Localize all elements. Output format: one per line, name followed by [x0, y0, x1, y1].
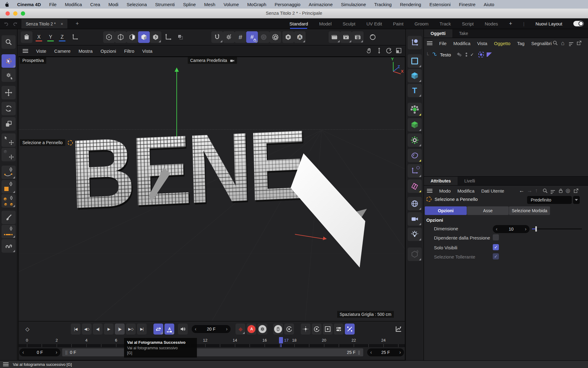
tab-layout-nodes[interactable]: Nodes	[485, 21, 498, 26]
dolly-icon[interactable]	[376, 47, 383, 54]
model-mode-button[interactable]	[138, 31, 150, 43]
undo-icon[interactable]	[4, 21, 9, 27]
points-mode-button[interactable]	[103, 31, 115, 43]
tab-layout-uvedit[interactable]: UV Edit	[366, 21, 382, 26]
tab-layout-model[interactable]: Model	[319, 21, 332, 26]
vp-menu-viste[interactable]: Viste	[36, 48, 46, 54]
record-keyframe-button[interactable]: ◇	[22, 324, 32, 335]
null-object-button[interactable]	[408, 164, 422, 178]
axis-x-lock-button[interactable]: X	[34, 31, 44, 43]
keying-settings-button[interactable]	[258, 324, 267, 335]
rotate-tool[interactable]	[2, 102, 16, 115]
frame-decrement-icon[interactable]: ‹	[195, 326, 196, 332]
key-rotation-toggle[interactable]	[312, 324, 322, 335]
object-x-axis-arrow[interactable]	[295, 234, 324, 239]
cube-primitive-button[interactable]	[408, 69, 422, 82]
sky-environment-button[interactable]	[408, 197, 422, 210]
current-frame-value[interactable]: 20 F	[207, 327, 215, 332]
interactive-render-button[interactable]	[367, 31, 379, 43]
loop-playback-button[interactable]	[153, 324, 163, 335]
texture-mode-button[interactable]	[150, 31, 161, 43]
selection-tag-icon[interactable]	[478, 52, 484, 57]
tab-layout-standard[interactable]: Standard	[289, 21, 308, 26]
camera-label[interactable]: Camera Predefinita	[188, 57, 237, 64]
objects-external-icon[interactable]	[576, 40, 582, 46]
objects-hamburger-icon[interactable]	[427, 40, 432, 46]
dimension-inc-icon[interactable]: ›	[525, 226, 526, 232]
key-interpolation-button[interactable]	[284, 324, 294, 335]
menu-volume[interactable]: Volume	[224, 2, 239, 7]
obj-menu-modifica[interactable]: Modifica	[453, 41, 470, 46]
status-hamburger-icon[interactable]	[3, 362, 9, 367]
next-frame-button[interactable]: |▶	[115, 324, 125, 335]
menu-estensioni[interactable]: Estensioni	[429, 2, 450, 7]
menu-file[interactable]: File	[49, 2, 57, 7]
menu-crea[interactable]: Crea	[90, 2, 100, 7]
snap-button[interactable]	[211, 31, 223, 43]
autokey-button[interactable]: A	[247, 324, 256, 335]
current-frame-field[interactable]: ‹ 20 F ›	[192, 325, 231, 333]
history-back-icon[interactable]: ←	[519, 187, 524, 194]
polygon-selection-tag-icon[interactable]	[487, 52, 492, 57]
next-key-button[interactable]: ▶◇	[126, 324, 136, 335]
visible-only-checkbox[interactable]: ✓	[493, 244, 499, 250]
deformer-button[interactable]	[408, 149, 422, 162]
attr-menu-dati-utente[interactable]: Dati Utente	[481, 188, 504, 194]
range-end-field[interactable]: ‹ 25 F ›	[367, 348, 404, 356]
dimension-value[interactable]: 10	[509, 227, 514, 232]
parent-up-icon[interactable]: ↑	[535, 187, 538, 194]
light-object-button[interactable]	[408, 228, 422, 241]
subdivision-surface-button[interactable]	[408, 103, 422, 116]
obj-menu-segnalibri[interactable]: Segnalibri	[531, 41, 552, 46]
motext-button[interactable]: T	[408, 84, 422, 97]
render-picture-viewer-button[interactable]	[340, 31, 352, 43]
obj-menu-file[interactable]: File	[439, 41, 447, 46]
obj-menu-tag[interactable]: Tag	[517, 41, 524, 46]
dimension-dec-icon[interactable]: ‹	[496, 226, 497, 232]
attributes-search-icon[interactable]	[542, 188, 548, 194]
menu-personaggio[interactable]: Personaggio	[275, 2, 300, 7]
range-start-field[interactable]: ‹ 0 F ›	[19, 348, 60, 356]
range-end-inc-icon[interactable]: ›	[399, 350, 401, 355]
coordinate-system-button[interactable]	[69, 31, 81, 43]
attributes-filter-icon[interactable]	[551, 189, 555, 195]
frame-increment-icon[interactable]: ›	[226, 326, 228, 332]
spline-rectangle-button[interactable]	[408, 54, 422, 68]
tool-settings-button[interactable]	[2, 68, 16, 82]
objects-filter-icon[interactable]	[569, 41, 573, 47]
edges-mode-button[interactable]	[115, 31, 126, 43]
snap-settings-button[interactable]	[223, 31, 235, 43]
multi-move-tool[interactable]	[2, 148, 16, 161]
tweak-move-tool[interactable]	[2, 133, 16, 147]
keyframe-selection-button[interactable]	[273, 324, 283, 335]
dimension-stepper[interactable]: ‹ 10 ›	[493, 225, 530, 233]
rectangle-spline-tool[interactable]	[2, 180, 16, 194]
add-document-tab-button[interactable]: +	[76, 21, 79, 27]
scale-tool[interactable]	[2, 117, 16, 131]
history-forward-icon[interactable]: →	[527, 187, 532, 194]
section-tab-asse[interactable]: Asse	[467, 206, 509, 215]
new-layout-toggle[interactable]	[573, 21, 584, 26]
menu-rendering[interactable]: Rendering	[400, 2, 421, 7]
vp-menu-filtro[interactable]: Filtro	[124, 48, 134, 54]
key-parameter-toggle[interactable]	[334, 324, 344, 335]
section-tab-selezione-morbida[interactable]: Selezione Morbida	[509, 206, 550, 215]
live-selection-tool[interactable]	[2, 54, 16, 68]
record-objects-button[interactable]: ◆	[236, 324, 245, 335]
menu-mesh[interactable]: Mesh	[204, 2, 215, 7]
tab-livelli[interactable]: Livelli	[458, 177, 482, 185]
enable-axis-button[interactable]	[162, 31, 174, 43]
falloff-button[interactable]	[258, 31, 270, 43]
tab-attributes[interactable]: Attributes	[424, 177, 458, 185]
menu-spline[interactable]: Spline	[183, 2, 196, 7]
key-scale-toggle[interactable]	[323, 324, 333, 335]
dimension-slider-track[interactable]	[532, 228, 582, 229]
attributes-external-icon[interactable]	[573, 188, 579, 194]
viewport-filter-button[interactable]: A	[294, 31, 306, 43]
menu-aiuto[interactable]: Aiuto	[484, 2, 494, 7]
spline-pen-tool[interactable]	[2, 166, 16, 179]
tab-layout-paint[interactable]: Paint	[393, 21, 403, 26]
vp-menu-camere[interactable]: Camere	[54, 48, 70, 54]
playhead-marker[interactable]	[279, 337, 283, 343]
attributes-hamburger-icon[interactable]	[427, 188, 432, 194]
